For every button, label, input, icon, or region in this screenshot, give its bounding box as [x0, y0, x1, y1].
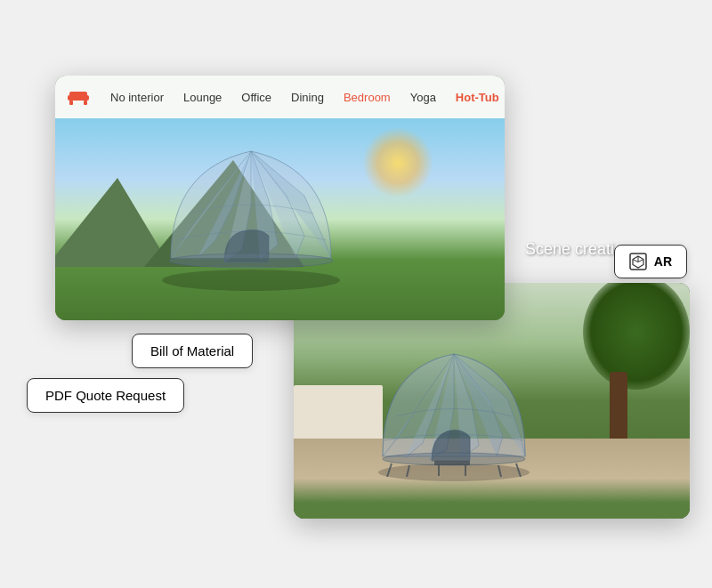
pdf-quote-request-button[interactable]: PDF Quote Request: [27, 378, 184, 413]
nav-bar: No interiorLoungeOfficeDiningBedroomYoga…: [55, 76, 505, 118]
nav-item-office[interactable]: Office: [232, 85, 280, 109]
bill-of-material-label: Bill of Material: [150, 343, 234, 358]
ar-button[interactable]: AR: [614, 245, 687, 278]
nav-item-dining[interactable]: Dining: [282, 85, 333, 109]
dome-top: [144, 116, 358, 294]
svg-rect-12: [434, 461, 470, 465]
svg-point-5: [169, 254, 333, 268]
svg-rect-2: [69, 101, 73, 105]
svg-rect-1: [69, 92, 87, 97]
sun-glow: [362, 127, 433, 198]
dome-bottom: [365, 332, 543, 483]
nav-item-bedroom[interactable]: Bedroom: [335, 85, 400, 109]
bill-of-material-button[interactable]: Bill of Material: [132, 334, 253, 368]
nav-item-hot-tub[interactable]: Hot-Tub: [447, 85, 505, 109]
main-container: No interiorLoungeOfficeDiningBedroomYoga…: [0, 0, 712, 588]
tree-canopy: [583, 283, 690, 390]
svg-rect-3: [84, 101, 87, 105]
svg-point-6: [378, 463, 530, 481]
nav-item-no-interior[interactable]: No interior: [101, 85, 173, 109]
ar-icon: [629, 253, 647, 270]
card-top: No interiorLoungeOfficeDiningBedroomYoga…: [55, 76, 505, 320]
scene-top: [55, 118, 505, 320]
svg-point-4: [162, 270, 340, 291]
furniture-icon: [66, 83, 91, 111]
nav-item-yoga[interactable]: Yoga: [401, 85, 445, 109]
nav-items-container: No interiorLoungeOfficeDiningBedroomYoga…: [101, 85, 505, 109]
ar-label: AR: [654, 254, 672, 269]
pdf-quote-label: PDF Quote Request: [45, 388, 166, 403]
nav-item-lounge[interactable]: Lounge: [174, 85, 231, 109]
